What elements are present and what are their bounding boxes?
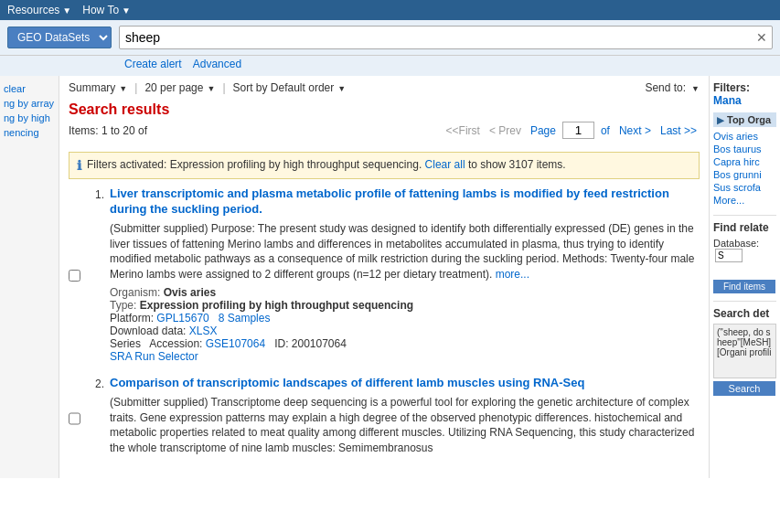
results-header: Search results: [69, 101, 700, 118]
result-2-body: Comparison of transcriptomic landscapes …: [110, 376, 700, 460]
send-to-arrow-icon: [689, 81, 700, 94]
right-sidebar: Filters: Mana ▶ Top Orga Ovis aries Bos …: [709, 76, 780, 478]
sra-link[interactable]: SRA Run Selector: [110, 350, 198, 363]
filter-link-2[interactable]: ng by high: [4, 112, 55, 123]
prev-page-btn[interactable]: < Prev: [486, 123, 524, 138]
result-1-checkbox[interactable]: [69, 188, 80, 363]
result-2-desc: (Submitter supplied) Transcriptome deep …: [110, 395, 700, 456]
search-details-title: Search det: [713, 307, 776, 320]
id-value: 200107064: [292, 337, 347, 350]
summary-label: Summary: [69, 81, 115, 94]
search-details-button[interactable]: Search: [713, 381, 775, 396]
triangle-icon: ▶: [717, 115, 724, 125]
sort-arrow-icon: [336, 81, 346, 94]
create-alert-link[interactable]: Create alert: [124, 58, 182, 70]
more-organisms-link[interactable]: More...: [713, 195, 744, 206]
howto-menu[interactable]: How To ▼: [82, 4, 131, 16]
items-count: Items: 1 to 20 of: [69, 124, 147, 137]
top-bar: Resources ▼ How To ▼: [0, 0, 780, 20]
advanced-link[interactable]: Advanced: [193, 58, 241, 70]
summary-dropdown[interactable]: Summary: [69, 81, 127, 94]
accession-link[interactable]: GSE107064: [206, 337, 265, 350]
last-page-btn[interactable]: Last >>: [657, 123, 700, 138]
items-label: Items: 1 to 20 of: [69, 124, 147, 137]
result-2-title[interactable]: Comparison of transcriptomic landscapes …: [110, 376, 700, 391]
info-icon: ℹ: [77, 158, 81, 173]
type-label: Type:: [110, 299, 136, 312]
summary-arrow-icon: [117, 81, 127, 94]
type-value: Expression profiling by high throughput …: [140, 299, 413, 312]
per-page-dropdown[interactable]: 20 per page: [144, 81, 215, 94]
filter-notice-text: Filters activated: Expression profiling …: [87, 158, 566, 171]
per-page-label: 20 per page: [144, 81, 203, 94]
find-related-section: Find relate Database: Find items: [713, 215, 776, 293]
result-1-num: 1.: [86, 186, 104, 363]
clear-all-link[interactable]: Clear all: [425, 158, 465, 171]
search-links: Create alert Advanced: [0, 56, 780, 76]
send-to-label: Send to:: [645, 81, 686, 94]
send-to-dropdown[interactable]: Send to:: [645, 81, 700, 94]
organism-4[interactable]: Sus scrofa: [713, 182, 776, 193]
download-label: Download data:: [110, 325, 186, 337]
database-input[interactable]: [715, 249, 743, 262]
toolbar-divider-2: |: [222, 81, 225, 94]
organism-3[interactable]: Bos grunni: [713, 169, 776, 180]
page-label: Page: [528, 123, 559, 138]
search-details-box: ("sheep, do sheep"[MeSH] [Organi profili: [713, 324, 776, 378]
result-item-2: 2. Comparison of transcriptomic landscap…: [69, 376, 700, 460]
resources-dropdown-icon: ▼: [62, 5, 71, 16]
center-content: Summary | 20 per page | Sort by Default …: [59, 76, 709, 478]
result-1-desc: (Submitter supplied) Purpose: The presen…: [110, 221, 700, 282]
main-layout: clear ng by array ng by high nencing Sum…: [0, 76, 780, 478]
platform-label: Platform:: [110, 312, 156, 325]
filter-link-3[interactable]: nencing: [4, 127, 55, 138]
howto-dropdown-icon: ▼: [122, 5, 131, 16]
search-input[interactable]: [119, 26, 773, 49]
clear-filter-link[interactable]: clear: [4, 83, 55, 94]
sort-label: Sort by Default order: [233, 81, 335, 94]
clear-search-icon[interactable]: ✕: [756, 31, 767, 44]
toolbar: Summary | 20 per page | Sort by Default …: [69, 81, 700, 94]
platform-link[interactable]: GPL15670: [156, 312, 208, 325]
find-items-button[interactable]: Find items: [713, 280, 775, 293]
toolbar-divider-1: |: [134, 81, 137, 94]
filter-link-1[interactable]: ng by array: [4, 98, 55, 109]
database-select[interactable]: GEO DataSets GEO Profiles PubMed: [7, 27, 112, 48]
result-2-checkbox[interactable]: [69, 378, 80, 460]
filter-notice: ℹ Filters activated: Expression profilin…: [69, 152, 700, 179]
resources-label: Resources: [7, 4, 59, 16]
download-link[interactable]: XLSX: [189, 325, 218, 337]
of-label: of: [598, 123, 613, 138]
result-item-1: 1. Liver transcriptomic and plasma metab…: [69, 186, 700, 363]
result-1-title[interactable]: Liver transcriptomic and plasma metaboli…: [110, 186, 700, 218]
top-organisms-section: ▶ Top Orga Ovis aries Bos taurus Capra h…: [713, 112, 776, 206]
organism-1[interactable]: Bos taurus: [713, 144, 776, 154]
organism-value: Ovis aries: [164, 286, 216, 299]
organism-label: Organism:: [110, 286, 160, 299]
search-details-section: Search det ("sheep, do sheep"[MeSH] [Org…: [713, 301, 776, 396]
result-1-meta: Organism: Ovis aries Type: Expression pr…: [110, 286, 700, 363]
filter-notice-suffix: to show 3107 items.: [468, 158, 566, 171]
search-input-wrap: ✕: [119, 26, 773, 49]
howto-label: How To: [82, 4, 119, 16]
result-1-body: Liver transcriptomic and plasma metaboli…: [110, 186, 700, 363]
manage-filters-link[interactable]: Mana: [713, 94, 742, 107]
result-1-more-link[interactable]: more...: [496, 268, 529, 281]
organism-2[interactable]: Capra hirc: [713, 156, 776, 167]
page-input[interactable]: [562, 122, 594, 139]
sort-dropdown[interactable]: Sort by Default order: [233, 81, 347, 94]
resources-menu[interactable]: Resources ▼: [7, 4, 71, 16]
filter-notice-prefix: Filters activated: Expression profiling …: [87, 158, 422, 171]
find-related-title: Find relate: [713, 221, 776, 234]
left-sidebar: clear ng by array ng by high nencing: [0, 76, 59, 478]
id-label: ID:: [274, 337, 288, 350]
first-page-btn[interactable]: <<First: [443, 123, 483, 138]
result-2-num: 2.: [86, 376, 104, 460]
organism-0[interactable]: Ovis aries: [713, 131, 776, 142]
samples-link[interactable]: 8 Samples: [219, 312, 271, 325]
series-label: Series: [110, 337, 141, 350]
per-page-arrow-icon: [205, 81, 215, 94]
next-page-btn[interactable]: Next >: [616, 123, 654, 138]
top-organisms-title: ▶ Top Orga: [713, 112, 776, 127]
database-label: Database:: [713, 238, 776, 262]
